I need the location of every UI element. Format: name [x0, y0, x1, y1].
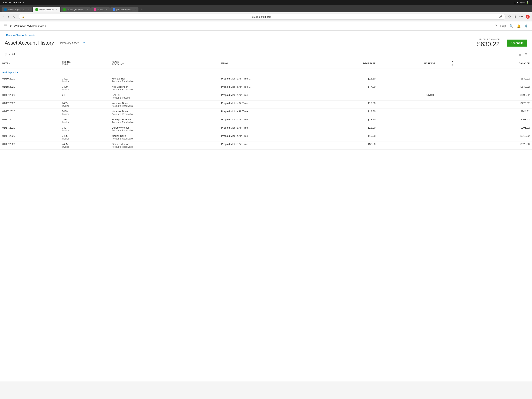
filter-dropdown-arrow-icon[interactable]: ▼ — [8, 53, 10, 55]
col-header-balance: BALANCE — [467, 58, 532, 69]
back-to-chart-link[interactable]: ‹ Back to Chart of Accounts — [0, 31, 532, 37]
cell-increase — [378, 109, 437, 117]
lock-icon: 🔒 — [22, 16, 25, 18]
search-icon[interactable]: 🔍 — [509, 24, 513, 28]
filter-label: All — [12, 53, 15, 56]
tab-global-qbo-close[interactable]: ✕ — [86, 9, 88, 11]
tab-print-screen-label: print screen ipad — [116, 8, 132, 11]
cell-payee: Michael Hall Accounts Receivable — [109, 76, 219, 84]
cell-memo: Prepaid Mobile Air Time — [219, 92, 318, 101]
cell-increase — [378, 117, 437, 125]
back-button[interactable]: ‹ — [2, 14, 5, 19]
cell-check[interactable] — [437, 109, 467, 117]
help-icon[interactable]: ? — [495, 24, 497, 28]
account-dropdown[interactable]: Inventory Asset ▼ — [57, 40, 88, 46]
cell-check[interactable] — [437, 76, 467, 84]
page-content: ☰ O. Wilkinson Whillow Cards ? Help 🔍 🔔 … — [0, 21, 532, 381]
tab-account-history[interactable]: Account History ✕ — [33, 7, 60, 12]
table-row[interactable]: 01/17/2020 7486 Invoice Marlon Rolle Acc… — [0, 133, 532, 142]
table-row[interactable]: 01/17/2020 7487 Invoice Dorothy Walker A… — [0, 125, 532, 133]
tab-print-screen-close[interactable]: ✕ — [134, 9, 136, 11]
table-row[interactable]: 01/18/2020 7490 Invoice Kea Callender Ac… — [0, 84, 532, 92]
hamburger-menu[interactable]: ☰ — [4, 24, 7, 28]
cell-payee: Kea Callender Accounts Receivable — [109, 84, 219, 92]
browser-tabs-bar: Intuit® Sign in: Si... ✕ Account History… — [0, 5, 532, 12]
ending-balance-label: ENDING BALANCE — [477, 38, 500, 40]
filter-bar: ▽ ▼ All 🖨 ⚙ — [0, 51, 532, 58]
bookmark-icon[interactable]: ☆ — [508, 15, 511, 19]
qbo-favicon — [35, 8, 38, 11]
reload-button[interactable]: ↻ — [12, 14, 16, 19]
help-label[interactable]: Help — [500, 24, 506, 27]
cell-date: 01/17/2020 — [0, 117, 60, 125]
cell-check[interactable] — [437, 125, 467, 133]
settings-gear-icon[interactable]: ⚙ — [525, 52, 527, 56]
tab-print-screen[interactable]: print screen ipad ✕ — [110, 7, 139, 12]
tab-emida-close[interactable]: ✕ — [106, 9, 107, 11]
cell-ref: 7486 Invoice — [60, 133, 109, 142]
cell-ref: 7489 Invoice — [60, 109, 109, 117]
cell-memo: Prepaid Mobile Air Time ... — [219, 76, 318, 84]
tab-global-qbo[interactable]: Global QuickBoo... ✕ — [61, 7, 91, 12]
tab-emida-label: Emida — [97, 8, 103, 11]
filter-right: 🖨 ⚙ — [518, 52, 527, 56]
more-options-icon[interactable]: ••• — [519, 15, 523, 19]
page-header-right: ENDING BALANCE $630.22 Reconcile — [477, 38, 527, 48]
cell-balance: $326.60 — [467, 142, 532, 150]
tab-account-history-label: Account History — [39, 8, 54, 11]
share-icon[interactable]: ⬆ — [514, 15, 517, 19]
cell-balance: $244.82 — [467, 109, 532, 117]
col-header-date[interactable]: DATE ▼ — [0, 58, 60, 69]
page-header: Asset Account History Inventory Asset ▼ … — [0, 37, 532, 51]
cell-decrease: $28.20 — [318, 117, 378, 125]
table-row[interactable]: 01/17/2020 7488 Invoice Monique Rahming … — [0, 117, 532, 125]
cell-increase — [378, 76, 437, 84]
add-deposit-row[interactable]: Add deposit ▼ — [0, 69, 532, 76]
app-header-right: ? Help 🔍 🔔 ⚙️ — [495, 24, 528, 28]
cell-date: 01/17/2020 — [0, 133, 60, 142]
cell-check[interactable] — [437, 101, 467, 109]
cell-check[interactable] — [437, 84, 467, 92]
table-row[interactable]: 01/17/2020 7489 Invoice Vanessa Brice Ac… — [0, 109, 532, 117]
cell-balance: $696.02 — [467, 92, 532, 101]
notification-bell-icon[interactable]: 🔔 — [517, 24, 521, 28]
new-tab-button[interactable]: + — [139, 6, 145, 12]
cell-decrease: $15.98 — [318, 133, 378, 142]
table-row[interactable]: 01/17/2020 Bill BATCO Accounts Payable P… — [0, 92, 532, 101]
app-header-left: ☰ O. Wilkinson Whillow Cards — [4, 24, 46, 28]
cell-memo: Prepaid Mobile Air Time ... — [219, 109, 318, 117]
table-row[interactable]: 01/19/2020 7491 Invoice Michael Hall Acc… — [0, 76, 532, 84]
cell-balance: $263.62 — [467, 117, 532, 125]
forward-button[interactable]: › — [7, 14, 10, 19]
cell-check[interactable] — [437, 117, 467, 125]
company-name: O. Wilkinson Whillow Cards — [10, 24, 46, 28]
date-display: Mon Jan 20 — [13, 1, 24, 4]
col-header-check: ✓ ⧉ — [437, 58, 467, 69]
cell-check[interactable] — [437, 92, 467, 101]
settings-icon[interactable]: ⚙️ — [524, 24, 528, 28]
tab-intuit-close[interactable]: ✕ — [28, 9, 30, 11]
notification-badge: 5 — [526, 15, 530, 19]
google-favicon — [113, 8, 115, 11]
cell-check[interactable] — [437, 133, 467, 142]
cell-memo: Prepaid Mobile Air Time ... — [219, 84, 318, 92]
emida-favicon — [94, 8, 96, 11]
table-row[interactable]: 01/17/2020 7485 Invoice Genine Munroe Ac… — [0, 142, 532, 150]
tab-account-history-close[interactable]: ✕ — [56, 9, 57, 11]
mic-icon: 🎤 — [499, 15, 502, 18]
cell-ref: 7488 Invoice — [60, 117, 109, 125]
cell-decrease: $18.80 — [318, 76, 378, 84]
reconcile-button[interactable]: Reconcile — [507, 39, 527, 46]
cell-increase: $470.00 — [378, 92, 437, 101]
cell-memo: Prepaid Mobile Air Time — [219, 125, 318, 133]
tab-intuit[interactable]: Intuit® Sign in: Si... ✕ — [1, 7, 32, 12]
cell-date: 01/19/2020 — [0, 76, 60, 84]
check-header-checkmark: ✓ — [440, 60, 465, 64]
app-header: ☰ O. Wilkinson Whillow Cards ? Help 🔍 🔔 … — [0, 21, 532, 31]
tab-emida[interactable]: Emida ✕ — [91, 7, 110, 12]
add-deposit-label: Add deposit — [2, 71, 16, 74]
cell-check[interactable] — [437, 142, 467, 150]
url-bar[interactable]: 🔒 c5.qbo.intuit.com 🎤 — [19, 14, 506, 20]
table-row[interactable]: 01/17/2020 7489 Invoice Vanessa Brice Ac… — [0, 101, 532, 109]
print-icon[interactable]: 🖨 — [518, 53, 521, 56]
